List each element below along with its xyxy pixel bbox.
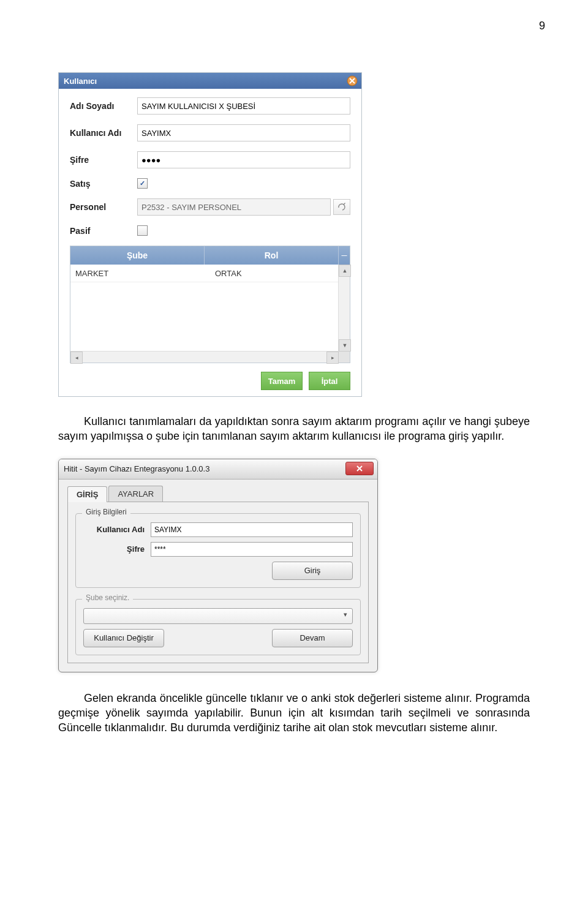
label-kullanici-adi-2: Kullanıcı Adı	[83, 525, 151, 534]
scrollbar-corner	[339, 352, 350, 363]
cell-sube: MARKET	[70, 265, 210, 282]
grid-menu-icon[interactable]: —	[339, 246, 350, 265]
pasif-checkbox[interactable]	[137, 225, 148, 236]
devam-button[interactable]: Devam	[272, 629, 353, 647]
group-sube-title: Şube seçiniz.	[82, 593, 133, 602]
iptal-button[interactable]: İptal	[309, 372, 350, 390]
ad-soyad-input[interactable]	[137, 97, 350, 115]
label-kullanici-adi: Kullanıcı Adı	[70, 128, 137, 138]
table-row[interactable]: MARKET ORTAK	[70, 265, 350, 282]
label-pasif: Pasif	[70, 226, 137, 236]
label-ad-soyad: Adı Soyadı	[70, 101, 137, 111]
tamam-button[interactable]: Tamam	[261, 372, 303, 390]
horizontal-scrollbar[interactable]: ◂ ▸	[70, 351, 339, 363]
scroll-left-icon[interactable]: ◂	[70, 352, 83, 364]
vertical-scrollbar[interactable]: ▲ ▼	[338, 265, 350, 352]
tab-ayarlar[interactable]: AYARLAR	[108, 486, 163, 502]
col-header-sube[interactable]: Şube	[70, 246, 205, 265]
user-dialog-title: Kullanıcı	[64, 77, 97, 86]
user-dialog-titlebar: Kullanıcı	[59, 73, 361, 89]
personel-input[interactable]	[137, 198, 331, 216]
cell-rol: ORTAK	[210, 265, 350, 282]
scroll-right-icon[interactable]: ▸	[326, 352, 339, 364]
giris-button[interactable]: Giriş	[272, 562, 353, 580]
label-sifre-2: Şifre	[83, 544, 151, 554]
paragraph-2: Gelen ekranda öncelikle güncelle tıklanı…	[58, 691, 530, 736]
scroll-up-icon[interactable]: ▲	[339, 265, 351, 277]
label-satis: Satış	[70, 179, 137, 189]
label-personel: Personel	[70, 202, 137, 212]
sifre-input-2[interactable]	[151, 542, 353, 557]
scroll-down-icon[interactable]: ▼	[339, 339, 351, 352]
hitit-titlebar: Hitit - Sayım Cihazı Entegrasyonu 1.0.0.…	[59, 459, 377, 480]
label-sifre: Şifre	[70, 155, 137, 165]
paragraph-1: Kullanıcı tanımlamaları da yapıldıktan s…	[58, 414, 530, 444]
page-number: 9	[539, 20, 545, 32]
close-button[interactable]	[345, 462, 374, 475]
roles-grid: Şube Rol — MARKET ORTAK ▲ ▼ ◂ ▸	[70, 246, 350, 363]
tab-giris[interactable]: GİRİŞ	[67, 486, 107, 502]
hitit-dialog: Hitit - Sayım Cihazı Entegrasyonu 1.0.0.…	[58, 459, 378, 672]
kullanici-degistir-button[interactable]: Kullanıcı Değiştir	[83, 629, 164, 647]
sube-dropdown[interactable]	[83, 608, 353, 624]
user-dialog: Kullanıcı Adı Soyadı Kullanıcı Adı Şifre…	[58, 72, 362, 397]
personel-lookup-icon[interactable]	[333, 199, 350, 215]
kullanici-adi-input[interactable]	[137, 124, 350, 141]
kullanici-adi-input-2[interactable]	[151, 522, 353, 537]
col-header-rol[interactable]: Rol	[205, 246, 339, 265]
group-giris-bilgileri-title: Giriş Bilgileri	[82, 508, 130, 516]
close-icon[interactable]	[346, 75, 358, 87]
sifre-input[interactable]	[137, 151, 350, 168]
hitit-title: Hitit - Sayım Cihazı Entegrasyonu 1.0.0.…	[64, 464, 209, 473]
satis-checkbox[interactable]: ✓	[137, 178, 148, 189]
